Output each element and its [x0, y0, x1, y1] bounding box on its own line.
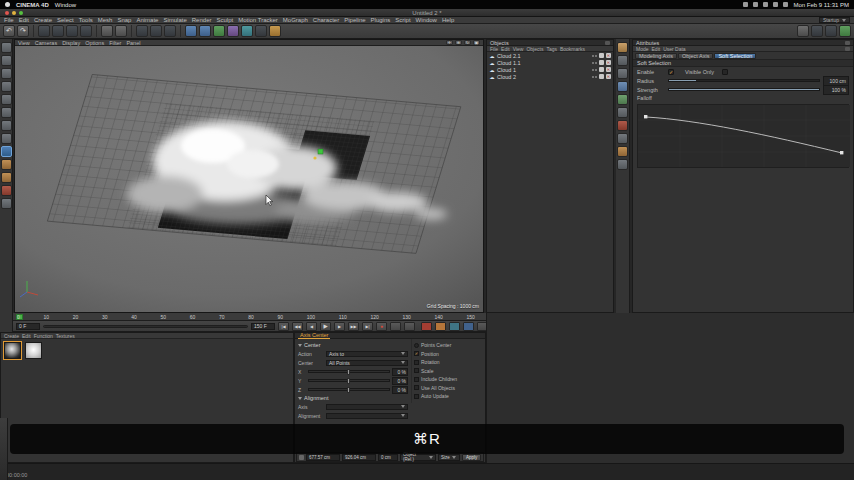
next-frame-button[interactable]: ▶ — [334, 322, 345, 331]
current-frame-field[interactable]: 0 F — [16, 323, 40, 330]
enable-axis-icon[interactable] — [1, 133, 12, 144]
palette-axis-icon[interactable] — [617, 81, 628, 92]
menu-mesh[interactable]: Mesh — [98, 17, 113, 23]
key-position-toggle[interactable] — [421, 322, 432, 331]
obj-menu-tags[interactable]: Tags — [546, 46, 557, 52]
make-editable-icon[interactable] — [1, 42, 12, 53]
z-axis-value[interactable]: 0 % — [392, 386, 408, 394]
z-axis-slider[interactable] — [308, 388, 390, 391]
viewport-scene[interactable] — [15, 46, 483, 312]
move-tool[interactable] — [52, 25, 64, 37]
goto-end-button[interactable]: ▶| — [362, 322, 373, 331]
timeline-ruler[interactable]: 0 10 20 30 40 50 60 70 80 90 100 110 120… — [13, 313, 486, 321]
orbit-view-icon[interactable]: ↻ — [464, 40, 471, 45]
render-settings-button[interactable] — [164, 25, 176, 37]
macos-app-name[interactable]: CINEMA 4D — [16, 2, 49, 8]
object-label[interactable]: Cloud 2.1 — [497, 53, 521, 59]
panel-menu-icon[interactable] — [845, 41, 850, 45]
add-generator-button[interactable] — [213, 25, 225, 37]
action-dropdown[interactable]: Axis to — [326, 351, 408, 357]
palette-grid-icon[interactable] — [617, 159, 628, 170]
object-row[interactable]: ☁ Cloud 1.1 ✕ — [487, 59, 613, 66]
visible-only-checkbox[interactable] — [722, 69, 728, 75]
menu-window[interactable]: Window — [416, 17, 437, 23]
scale-tool[interactable] — [66, 25, 78, 37]
coord-x-field[interactable]: 677.57 cm — [306, 454, 340, 461]
texture-tag-icon[interactable] — [599, 67, 604, 72]
redo-button[interactable]: ↷ — [17, 25, 29, 37]
tab-modeling-axis[interactable]: Modeling Axis — [635, 53, 677, 59]
x-axis-value[interactable]: 0 % — [392, 368, 408, 376]
rotation-checkbox[interactable] — [414, 360, 419, 365]
palette-material-icon[interactable] — [617, 42, 628, 53]
add-environment-button[interactable] — [241, 25, 253, 37]
undo-button[interactable]: ↶ — [3, 25, 15, 37]
points-mode-icon[interactable] — [1, 94, 12, 105]
edges-mode-icon[interactable] — [1, 107, 12, 118]
scale-checkbox[interactable] — [414, 368, 419, 373]
add-deformer-button[interactable] — [227, 25, 239, 37]
pan-view-icon[interactable]: ✛ — [446, 40, 453, 45]
include-children-checkbox[interactable] — [414, 377, 419, 382]
key-scale-toggle[interactable] — [435, 322, 446, 331]
menu-character[interactable]: Character — [313, 17, 339, 23]
strength-value[interactable]: 100 % — [823, 85, 849, 95]
display-status-icon[interactable] — [743, 2, 748, 7]
auto-update-checkbox[interactable] — [414, 394, 419, 399]
menu-snap[interactable]: Snap — [117, 17, 131, 23]
texture-tag-icon[interactable] — [599, 74, 604, 79]
menu-simulate[interactable]: Simulate — [163, 17, 186, 23]
object-row[interactable]: ☁ Cloud 2 ✕ — [487, 73, 613, 80]
vp-menu-display[interactable]: Display — [62, 40, 80, 46]
record-keyframe-button[interactable]: ● — [376, 322, 387, 331]
palette-pen-icon[interactable] — [617, 68, 628, 79]
tab-axis-center[interactable]: Axis Center — [298, 332, 330, 339]
coord-y-field[interactable]: 926.04 cm — [342, 454, 376, 461]
menu-motion-tracker[interactable]: Motion Tracker — [238, 17, 278, 23]
mat-menu-textures[interactable]: Textures — [56, 333, 75, 339]
visibility-dots[interactable] — [592, 62, 597, 64]
previous-key-button[interactable]: ◀◀ — [292, 322, 303, 331]
attr-menu-userdata[interactable]: User Data — [663, 46, 686, 52]
menu-render[interactable]: Render — [192, 17, 212, 23]
menu-edit[interactable]: Edit — [19, 17, 29, 23]
y-axis-slider[interactable] — [308, 379, 390, 382]
attr-menu-mode[interactable]: Mode — [636, 46, 649, 52]
menu-animate[interactable]: Animate — [136, 17, 158, 23]
object-label[interactable]: Cloud 1 — [497, 67, 516, 73]
menu-file[interactable]: File — [4, 17, 14, 23]
enable-checkbox[interactable]: ✓ — [668, 69, 674, 75]
render-view-button[interactable] — [136, 25, 148, 37]
center-section-header[interactable]: Center — [298, 341, 408, 349]
snap-toggle-button[interactable] — [797, 25, 809, 37]
obj-menu-edit[interactable]: Edit — [501, 46, 510, 52]
snap-settings-icon[interactable] — [1, 172, 12, 183]
alignment-section-header[interactable]: Alignment — [298, 394, 408, 402]
coord-z-field[interactable]: 0 cm — [378, 454, 398, 461]
menu-create[interactable]: Create — [34, 17, 52, 23]
add-primitive-cube-button[interactable] — [185, 25, 197, 37]
alignment-dropdown[interactable] — [326, 413, 408, 419]
center-dropdown[interactable]: All Points — [326, 360, 408, 366]
quantize-icon[interactable] — [1, 185, 12, 196]
position-checkbox[interactable]: ✓ — [414, 351, 419, 356]
next-key-button[interactable]: ▶▶ — [348, 322, 359, 331]
object-label[interactable]: Cloud 1.1 — [497, 60, 521, 66]
wifi-status-icon[interactable] — [763, 2, 768, 7]
zoom-window-button[interactable] — [19, 11, 23, 15]
lock-icon[interactable] — [845, 47, 850, 51]
menu-select[interactable]: Select — [57, 17, 74, 23]
last-tool-button[interactable] — [101, 25, 113, 37]
palette-cube-icon[interactable] — [617, 55, 628, 66]
x-axis-slider[interactable] — [308, 370, 390, 373]
bluetooth-status-icon[interactable] — [753, 2, 758, 7]
display-tag-icon[interactable]: ✕ — [606, 60, 611, 65]
obj-menu-objects[interactable]: Objects — [526, 46, 543, 52]
texture-tag-icon[interactable] — [599, 60, 604, 65]
object-row[interactable]: ☁ Cloud 2.1 ✕ — [487, 52, 613, 59]
radius-slider[interactable] — [668, 79, 820, 82]
display-tag-icon[interactable]: ✕ — [606, 67, 611, 72]
vp-menu-view[interactable]: View — [18, 40, 30, 46]
menu-plugins[interactable]: Plugins — [371, 17, 391, 23]
maximize-view-icon[interactable]: ▣ — [473, 40, 480, 45]
